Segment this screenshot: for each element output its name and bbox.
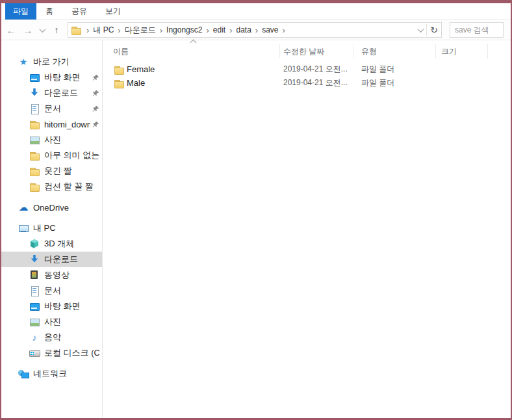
up-arrow-icon: ↑ bbox=[55, 25, 59, 34]
sidebar-item-label: 네트워크 bbox=[33, 368, 99, 380]
breadcrumb: › 내 PC › 다운로드 › Ingongsc2 › edit › data … bbox=[68, 23, 415, 37]
file-list: Female 2019-04-21 오전... 파일 폴더 Male 2019-… bbox=[103, 62, 511, 90]
sidebar-item-label: 다운로드 bbox=[44, 254, 99, 265]
column-header-label: 크기 bbox=[441, 46, 457, 57]
sidebar-item-3d-objects[interactable]: 3D 개체 bbox=[1, 236, 102, 252]
breadcrumb-item-edit[interactable]: edit bbox=[213, 25, 225, 34]
tab-view[interactable]: 보기 bbox=[96, 3, 130, 20]
sidebar-item-videos[interactable]: 동영상 bbox=[1, 267, 102, 283]
sidebar-item-music[interactable]: ♪ 음악 bbox=[1, 330, 102, 345]
sidebar-item-label: 문서 bbox=[44, 103, 90, 114]
pictures-icon bbox=[29, 135, 40, 145]
desktop-icon bbox=[29, 301, 40, 311]
quick-access-star-icon: ★ bbox=[18, 57, 29, 67]
sort-ascending-icon bbox=[190, 40, 197, 46]
sidebar-item-quick-access[interactable]: ★ 바로 가기 bbox=[1, 54, 102, 70]
sidebar-item-downloads-pinned[interactable]: 다운로드 bbox=[1, 85, 102, 101]
sidebar-item-desktop-pinned[interactable]: 바탕 화면 bbox=[1, 70, 102, 85]
explorer-window: 파일 홈 공유 보기 ← → ↑ › 내 PC › 다운로드 › Ingongs… bbox=[0, 0, 512, 420]
column-header-name[interactable]: 이름 bbox=[103, 44, 280, 59]
folder-icon bbox=[29, 181, 40, 192]
sidebar-item-pictures-quick[interactable]: 사진 bbox=[1, 132, 102, 148]
network-icon bbox=[18, 369, 29, 379]
sidebar-item-folder-amu[interactable]: 아무 의미 없는 일탈 bbox=[1, 148, 102, 163]
pictures-icon bbox=[29, 317, 40, 327]
tab-home[interactable]: 홈 bbox=[36, 3, 62, 20]
sidebar-item-folder-funny[interactable]: 웃긴 짤 bbox=[1, 163, 102, 179]
pin-icon bbox=[92, 73, 99, 81]
breadcrumb-item-data[interactable]: data bbox=[236, 25, 251, 34]
sidebar-item-network[interactable]: 네트워크 bbox=[1, 366, 102, 382]
column-header-size[interactable]: 크기 bbox=[436, 44, 488, 59]
ribbon-tab-bar: 파일 홈 공유 보기 bbox=[1, 3, 511, 20]
column-header-label: 유형 bbox=[361, 46, 377, 57]
sidebar-item-label: 웃긴 짤 bbox=[44, 165, 99, 177]
sidebar-item-label: 내 PC bbox=[33, 222, 99, 234]
breadcrumb-item-save[interactable]: save bbox=[262, 25, 278, 34]
breadcrumb-chevron[interactable]: › bbox=[202, 26, 212, 34]
file-row-male[interactable]: Male 2019-04-21 오전... 파일 폴더 bbox=[103, 76, 511, 90]
breadcrumb-chevron[interactable]: › bbox=[114, 26, 124, 34]
file-type-cell: 파일 폴더 bbox=[353, 77, 436, 88]
forward-button[interactable]: → bbox=[19, 22, 36, 38]
column-header-modified[interactable]: 수정한 날짜 bbox=[280, 44, 353, 59]
breadcrumb-item-ingongsc2[interactable]: Ingongsc2 bbox=[166, 25, 202, 34]
refresh-icon: ↻ bbox=[430, 25, 438, 34]
music-icon: ♪ bbox=[29, 332, 40, 343]
pin-icon bbox=[92, 89, 99, 97]
breadcrumb-chevron[interactable]: › bbox=[225, 26, 236, 34]
file-modified-cell: 2019-04-21 오전... bbox=[280, 64, 353, 75]
videos-icon bbox=[29, 270, 40, 280]
file-row-female[interactable]: Female 2019-04-21 오전... 파일 폴더 bbox=[103, 62, 511, 76]
column-header-label: 이름 bbox=[113, 46, 129, 57]
tab-file[interactable]: 파일 bbox=[5, 3, 36, 20]
chevron-down-icon bbox=[39, 26, 45, 33]
breadcrumb-chevron[interactable]: › bbox=[156, 26, 166, 34]
column-header-label: 수정한 날짜 bbox=[283, 46, 324, 57]
sidebar-item-label: 로컬 디스크 (C:) bbox=[44, 347, 99, 359]
sidebar-item-pictures-thispc[interactable]: 사진 bbox=[1, 314, 102, 330]
folder-icon bbox=[71, 25, 81, 35]
recent-locations-button[interactable] bbox=[36, 22, 48, 38]
sidebar-item-label: 음악 bbox=[44, 332, 99, 343]
column-header-type[interactable]: 유형 bbox=[353, 44, 436, 59]
search-input[interactable] bbox=[450, 23, 503, 37]
pin-icon bbox=[92, 105, 99, 112]
document-icon bbox=[29, 103, 40, 114]
breadcrumb-item-this-pc[interactable]: 내 PC bbox=[93, 25, 114, 36]
up-button[interactable]: ↑ bbox=[48, 22, 65, 38]
folder-icon bbox=[29, 150, 40, 161]
sidebar-item-label: 3D 개체 bbox=[44, 238, 99, 250]
tab-share[interactable]: 공유 bbox=[62, 3, 96, 20]
computer-icon bbox=[18, 223, 29, 233]
sidebar-item-label: 바탕 화면 bbox=[44, 72, 90, 83]
sidebar-item-this-pc[interactable]: 내 PC bbox=[1, 220, 102, 236]
refresh-button[interactable]: ↻ bbox=[427, 23, 441, 37]
breadcrumb-chevron[interactable]: › bbox=[83, 26, 93, 34]
sidebar-item-documents-pinned[interactable]: 문서 bbox=[1, 101, 102, 116]
sidebar-item-label: 문서 bbox=[44, 285, 99, 296]
sidebar-item-desktop-thispc[interactable]: 바탕 화면 bbox=[1, 298, 102, 314]
breadcrumb-item-downloads[interactable]: 다운로드 bbox=[125, 25, 156, 36]
download-icon bbox=[29, 88, 40, 98]
sidebar-item-downloads-thispc[interactable]: 다운로드 bbox=[1, 252, 102, 267]
address-dropdown-button[interactable] bbox=[415, 23, 426, 37]
3d-objects-icon bbox=[29, 239, 40, 249]
file-list-pane: 이름 수정한 날짜 유형 크기 Female 20 bbox=[103, 40, 511, 418]
sidebar-item-local-disk-c[interactable]: 로컬 디스크 (C:) bbox=[1, 345, 102, 361]
sidebar-item-label: 컴션 할 꼴 짤 bbox=[44, 181, 99, 192]
breadcrumb-chevron[interactable]: › bbox=[251, 26, 262, 34]
sidebar-item-label: OneDrive bbox=[33, 203, 99, 213]
breadcrumb-chevron[interactable]: › bbox=[279, 26, 289, 34]
forward-arrow-icon: → bbox=[23, 25, 33, 35]
sidebar-item-folder-caption[interactable]: 컴션 할 꼴 짤 bbox=[1, 179, 102, 194]
address-bar[interactable]: › 내 PC › 다운로드 › Ingongsc2 › edit › data … bbox=[68, 22, 442, 38]
sidebar-item-label: 사진 bbox=[44, 134, 99, 146]
sidebar-item-onedrive[interactable]: ☁ OneDrive bbox=[1, 200, 102, 215]
sidebar-item-documents-thispc[interactable]: 문서 bbox=[1, 283, 102, 298]
desktop-icon bbox=[29, 72, 40, 83]
back-arrow-icon: ← bbox=[6, 25, 16, 35]
sidebar-item-hitomi-downloader[interactable]: hitomi_downloa bbox=[1, 116, 102, 132]
file-type-cell: 파일 폴더 bbox=[353, 64, 436, 75]
back-button[interactable]: ← bbox=[3, 22, 19, 38]
